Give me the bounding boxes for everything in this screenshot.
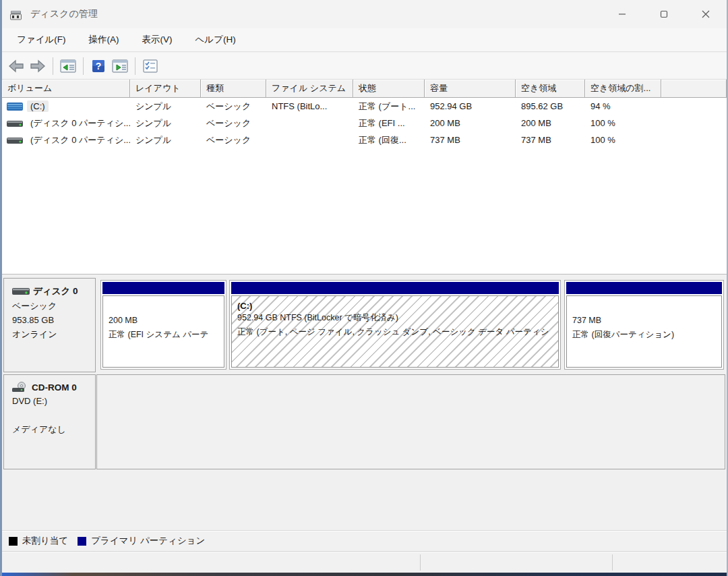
forward-icon[interactable] bbox=[28, 56, 48, 76]
minimize-button[interactable] bbox=[601, 0, 643, 28]
title-bar: ディスクの管理 bbox=[2, 0, 727, 28]
cell-type: ベーシック bbox=[201, 98, 266, 115]
cell-type: ベーシック bbox=[201, 115, 266, 132]
col-filesystem[interactable]: ファイル システム bbox=[266, 80, 353, 98]
primary-partition-label: プライマリ パーティション bbox=[91, 535, 205, 547]
status-separator bbox=[612, 554, 613, 571]
primary-partition-swatch bbox=[78, 537, 86, 546]
partition-status: 正常 (ブート, ページ ファイル, クラッシュ ダンプ, ベーシック データ … bbox=[237, 325, 553, 339]
back-icon[interactable] bbox=[6, 56, 26, 76]
hard-disk-icon bbox=[7, 103, 23, 111]
cell-free-space: 200 MB bbox=[516, 115, 585, 132]
partition-efi[interactable]: 200 MB 正常 (EFI システム パーテ bbox=[100, 280, 226, 370]
unallocated-label: 未割り当て bbox=[22, 535, 68, 547]
partition-size: 200 MB bbox=[109, 314, 218, 328]
desktop-edge bbox=[0, 573, 728, 576]
disk0-status: オンライン bbox=[12, 329, 90, 340]
menu-help[interactable]: ヘルプ(H) bbox=[186, 30, 245, 50]
cell-filesystem: NTFS (BitLo... bbox=[266, 98, 353, 115]
cell-filesystem bbox=[266, 115, 353, 132]
toolbar-separator bbox=[53, 57, 53, 75]
disk0-info-panel[interactable]: ディスク 0 ベーシック 953.85 GB オンライン bbox=[3, 278, 96, 372]
partition-name: (C:) bbox=[237, 301, 553, 311]
hard-disk-icon bbox=[7, 136, 23, 144]
cell-layout: シンプル bbox=[130, 98, 201, 115]
cell-free-space: 895.62 GB bbox=[516, 98, 585, 115]
cell-free-space: 737 MB bbox=[516, 132, 585, 148]
col-layout[interactable]: レイアウト bbox=[130, 80, 201, 98]
cdrom-info-panel[interactable]: CD-ROM 0 DVD (E:) メディアなし bbox=[3, 374, 96, 469]
svg-text:?: ? bbox=[96, 61, 102, 71]
cell-layout: シンプル bbox=[130, 115, 201, 132]
toolbar-separator bbox=[135, 57, 135, 75]
app-icon bbox=[10, 8, 24, 20]
disk0-partitions: 200 MB 正常 (EFI システム パーテ (C:) 952.94 GB N… bbox=[96, 280, 727, 372]
col-type[interactable]: 種類 bbox=[201, 80, 266, 98]
cell-filesystem bbox=[266, 132, 353, 148]
close-button[interactable] bbox=[685, 0, 727, 28]
toolbar: ? bbox=[2, 53, 727, 80]
cdrom-media: メディアなし bbox=[12, 424, 90, 435]
disk-management-window: ディスクの管理 ファイル(F) 操作(A) 表示(V) ヘルプ(H) bbox=[0, 0, 728, 576]
col-free-pct[interactable]: 空き領域の割... bbox=[585, 80, 661, 98]
volume-row-recovery[interactable]: (ディスク 0 パーティシ... シンプル ベーシック 正常 (回復... 73… bbox=[2, 132, 727, 148]
partition-recovery[interactable]: 737 MB 正常 (回復パーティション) bbox=[564, 280, 724, 370]
volume-row-c[interactable]: (C:) シンプル ベーシック NTFS (BitLo... 正常 (ブート..… bbox=[2, 98, 727, 115]
hard-disk-icon bbox=[7, 119, 23, 127]
col-status[interactable]: 状態 bbox=[353, 80, 425, 98]
cell-free-pct: 100 % bbox=[585, 115, 661, 132]
legend-bar: 未割り当て プライマリ パーティション bbox=[2, 530, 727, 551]
unallocated-swatch bbox=[9, 537, 18, 546]
volume-list-header: ボリューム レイアウト 種類 ファイル システム 状態 容量 空き領域 空き領域… bbox=[2, 80, 727, 98]
volume-name: (C:) bbox=[27, 100, 49, 112]
partition-color-bar bbox=[102, 282, 224, 294]
partition-c[interactable]: (C:) 952.94 GB NTFS (BitLocker で暗号化済み) 正… bbox=[229, 280, 561, 370]
help-icon[interactable]: ? bbox=[88, 56, 109, 76]
status-separator bbox=[420, 554, 421, 571]
maximize-button[interactable] bbox=[643, 0, 685, 28]
cell-type: ベーシック bbox=[201, 132, 266, 148]
col-capacity[interactable]: 容量 bbox=[425, 80, 516, 98]
volume-row-efi[interactable]: (ディスク 0 パーティシ... シンプル ベーシック 正常 (EFI ... … bbox=[2, 115, 727, 132]
menu-action[interactable]: 操作(A) bbox=[80, 30, 129, 50]
disk0-size: 953.85 GB bbox=[12, 315, 90, 326]
partition-status: 正常 (回復パーティション) bbox=[572, 328, 716, 342]
partition-color-bar bbox=[231, 282, 559, 294]
cell-capacity: 952.94 GB bbox=[425, 98, 516, 115]
volume-name: (ディスク 0 パーティシ... bbox=[27, 134, 130, 147]
action-pane-icon[interactable] bbox=[110, 56, 130, 76]
cell-capacity: 200 MB bbox=[425, 115, 516, 132]
partition-size: 737 MB bbox=[572, 314, 716, 328]
disk-drive-icon bbox=[12, 287, 30, 295]
partition-size: 952.94 GB NTFS (BitLocker で暗号化済み) bbox=[237, 311, 553, 325]
partition-color-bar bbox=[566, 282, 722, 294]
cell-status: 正常 (EFI ... bbox=[353, 115, 425, 132]
cell-capacity: 737 MB bbox=[425, 132, 516, 148]
properties-icon[interactable] bbox=[140, 56, 160, 76]
menu-file[interactable]: ファイル(F) bbox=[7, 30, 75, 50]
col-volume[interactable]: ボリューム bbox=[2, 80, 130, 98]
cell-free-pct: 94 % bbox=[585, 98, 661, 115]
disk0-name: ディスク 0 bbox=[33, 285, 78, 297]
cell-free-pct: 100 % bbox=[585, 132, 661, 148]
console-tree-icon[interactable] bbox=[58, 56, 78, 76]
volume-list: ボリューム レイアウト 種類 ファイル システム 状態 容量 空き領域 空き領域… bbox=[2, 80, 727, 275]
cdrom-name: CD-ROM 0 bbox=[32, 382, 77, 393]
volume-name: (ディスク 0 パーティシ... bbox=[27, 117, 130, 130]
cell-layout: シンプル bbox=[130, 132, 201, 148]
cell-status: 正常 (回復... bbox=[353, 132, 425, 148]
status-bar bbox=[2, 551, 727, 573]
menu-view[interactable]: 表示(V) bbox=[133, 30, 182, 50]
window-title: ディスクの管理 bbox=[30, 8, 98, 20]
cell-status: 正常 (ブート... bbox=[353, 98, 425, 115]
cd-rom-icon bbox=[12, 382, 28, 393]
partition-status: 正常 (EFI システム パーテ bbox=[109, 328, 218, 342]
menu-bar: ファイル(F) 操作(A) 表示(V) ヘルプ(H) bbox=[2, 28, 727, 52]
toolbar-separator bbox=[83, 57, 84, 75]
col-free-space[interactable]: 空き領域 bbox=[516, 80, 585, 98]
col-empty bbox=[661, 80, 727, 98]
cdrom-region[interactable] bbox=[96, 374, 725, 469]
disk0-type: ベーシック bbox=[12, 301, 90, 312]
cdrom-drive: DVD (E:) bbox=[12, 396, 90, 407]
